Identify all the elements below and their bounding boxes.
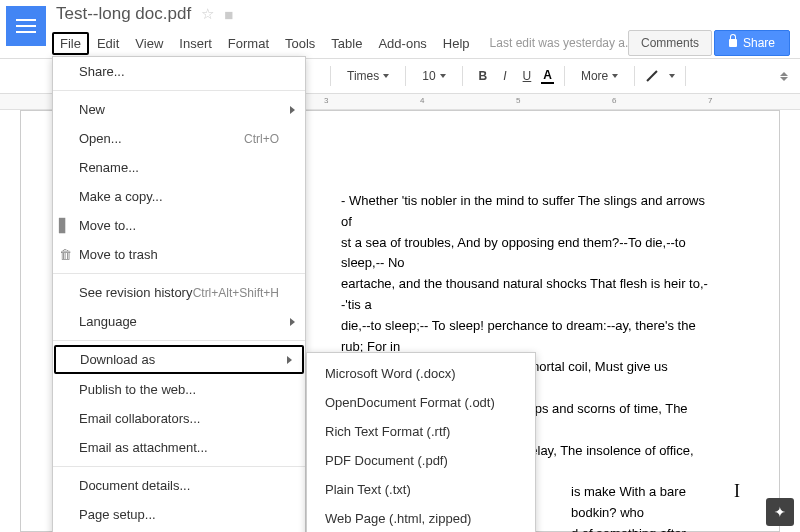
download-pdf[interactable]: PDF Document (.pdf) — [307, 446, 535, 475]
menu-format[interactable]: Format — [220, 32, 277, 55]
text-line: eartache, and the thousand natural shock… — [341, 274, 709, 316]
menu-doc-details[interactable]: Document details... — [53, 471, 305, 500]
menu-make-copy[interactable]: Make a copy... — [53, 182, 305, 211]
folder-icon: ▋ — [59, 218, 69, 233]
folder-icon[interactable]: ■ — [224, 6, 233, 23]
menu-label: Open... — [79, 131, 122, 146]
font-name: Times — [347, 69, 379, 83]
download-html[interactable]: Web Page (.html, zipped) — [307, 504, 535, 532]
menu-label: Publish to the web... — [79, 382, 196, 397]
download-txt[interactable]: Plain Text (.txt) — [307, 475, 535, 504]
menu-revision-history[interactable]: See revision historyCtrl+Alt+Shift+H — [53, 278, 305, 307]
menu-label: Email as attachment... — [79, 440, 208, 455]
ruler-num: 5 — [516, 96, 520, 105]
more-button[interactable]: More — [575, 66, 624, 86]
text-line: - Whether 'tis nobler in the mind to suf… — [341, 191, 709, 233]
share-button[interactable]: Share — [714, 30, 790, 56]
explore-button[interactable]: ✦ — [766, 498, 794, 526]
download-rtf[interactable]: Rich Text Format (.rtf) — [307, 417, 535, 446]
titlebar: Test--long doc.pdf ☆ ■ — [0, 0, 800, 28]
menu-new[interactable]: New — [53, 95, 305, 124]
menu-page-setup[interactable]: Page setup... — [53, 500, 305, 529]
menu-separator — [53, 340, 305, 341]
more-label: More — [581, 69, 608, 83]
text-cursor-icon: I — [734, 481, 740, 502]
menu-separator — [53, 466, 305, 467]
lock-icon — [729, 39, 737, 47]
menu-label: Share... — [79, 64, 125, 79]
menu-separator — [53, 90, 305, 91]
menu-label: Make a copy... — [79, 189, 163, 204]
ruler-num: 6 — [612, 96, 616, 105]
menu-table[interactable]: Table — [323, 32, 370, 55]
menu-publish-web[interactable]: Publish to the web... — [53, 375, 305, 404]
underline-button[interactable]: U — [517, 66, 538, 86]
menu-tools[interactable]: Tools — [277, 32, 323, 55]
menu-open[interactable]: Open...Ctrl+O — [53, 124, 305, 153]
submenu-arrow-icon — [290, 106, 295, 114]
menu-help[interactable]: Help — [435, 32, 478, 55]
chevron-down-icon — [612, 74, 618, 78]
menu-edit[interactable]: Edit — [89, 32, 127, 55]
download-as-submenu: Microsoft Word (.docx) OpenDocument Form… — [306, 352, 536, 532]
menu-share[interactable]: Share... — [53, 57, 305, 86]
menu-label: Email collaborators... — [79, 411, 200, 426]
menu-file[interactable]: File — [52, 32, 89, 55]
submenu-arrow-icon — [290, 318, 295, 326]
menu-separator — [53, 273, 305, 274]
document-title[interactable]: Test--long doc.pdf — [56, 4, 191, 24]
menu-insert[interactable]: Insert — [171, 32, 220, 55]
chevron-down-icon — [669, 74, 675, 78]
text-line: st a sea of troubles, And by opposing en… — [341, 233, 709, 275]
menu-rename[interactable]: Rename... — [53, 153, 305, 182]
menu-label: Download as — [80, 352, 155, 367]
share-label: Share — [743, 36, 775, 50]
submenu-arrow-icon — [287, 356, 292, 364]
text-color-button[interactable]: A — [541, 68, 554, 84]
collapse-toolbar-button[interactable] — [780, 72, 788, 81]
menu-view[interactable]: View — [127, 32, 171, 55]
shortcut-text: Ctrl+Alt+Shift+H — [193, 286, 279, 300]
ruler-num: 7 — [708, 96, 712, 105]
menu-label: Move to trash — [79, 247, 158, 262]
menu-email-attach[interactable]: Email as attachment... — [53, 433, 305, 462]
font-select[interactable]: Times — [341, 66, 395, 86]
download-odt[interactable]: OpenDocument Format (.odt) — [307, 388, 535, 417]
explore-icon: ✦ — [774, 504, 786, 520]
menu-label: New — [79, 102, 105, 117]
fontsize-select[interactable]: 10 — [416, 66, 451, 86]
comments-button[interactable]: Comments — [628, 30, 712, 56]
trash-icon: 🗑 — [59, 247, 72, 262]
menu-label: Document details... — [79, 478, 190, 493]
shortcut-text: Ctrl+O — [244, 132, 279, 146]
menu-label: Move to... — [79, 218, 136, 233]
menubar: File Edit View Insert Format Tools Table… — [0, 28, 800, 58]
download-docx[interactable]: Microsoft Word (.docx) — [307, 359, 535, 388]
chevron-down-icon — [440, 74, 446, 78]
menu-language[interactable]: Language — [53, 307, 305, 336]
star-icon[interactable]: ☆ — [201, 5, 214, 23]
menu-label: Language — [79, 314, 137, 329]
last-edit-text[interactable]: Last edit was yesterday a... — [490, 36, 635, 50]
menu-move-to[interactable]: ▋Move to... — [53, 211, 305, 240]
menu-label: Page setup... — [79, 507, 156, 522]
menu-label: Rename... — [79, 160, 139, 175]
ruler-num: 3 — [324, 96, 328, 105]
menu-move-trash[interactable]: 🗑Move to trash — [53, 240, 305, 269]
menu-email-collab[interactable]: Email collaborators... — [53, 404, 305, 433]
editing-mode-icon[interactable] — [647, 70, 658, 81]
menu-addons[interactable]: Add-ons — [370, 32, 434, 55]
italic-button[interactable]: I — [497, 66, 512, 86]
file-menu-dropdown: Share... New Open...Ctrl+O Rename... Mak… — [52, 56, 306, 532]
font-size: 10 — [422, 69, 435, 83]
ruler-num: 4 — [420, 96, 424, 105]
menu-download-as[interactable]: Download as — [54, 345, 304, 374]
chevron-down-icon — [383, 74, 389, 78]
menu-label: See revision history — [79, 285, 192, 300]
bold-button[interactable]: B — [473, 66, 494, 86]
